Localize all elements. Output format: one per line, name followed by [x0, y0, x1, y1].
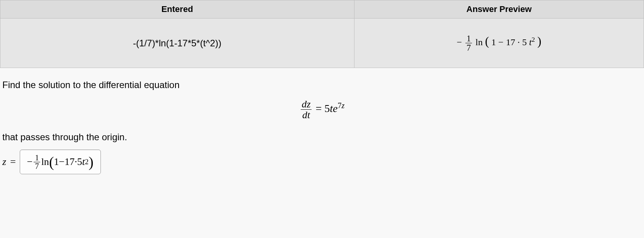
ans-one: 1 — [54, 156, 59, 168]
preview-sup2: 2 — [532, 36, 535, 43]
preview-expression: − 1 7 ln ( 1 − 17 · 5 t2 ) — [457, 37, 541, 47]
preview-one: 1 — [491, 37, 496, 47]
answer-line: z = − 1 7 ln ( 1 − 17 · 5 t2 ) — [2, 150, 642, 174]
answer-label-eq: = — [10, 156, 16, 168]
ans-17: 17 — [65, 156, 75, 168]
preview-rpar: ) — [537, 34, 541, 48]
ans-t: t — [82, 156, 85, 168]
differential-equation: dz dt = 5te7z — [2, 99, 642, 120]
ans-lpar: ( — [49, 153, 54, 170]
preview-lpar: ( — [485, 34, 489, 48]
entered-cell: -(1/7)*ln(1-17*5*(t^2)) — [0, 19, 354, 68]
eq-frac-den: dt — [301, 110, 311, 120]
preview-17: 17 — [506, 37, 515, 47]
preview-dot: · — [518, 37, 522, 47]
ans-neg: − — [27, 156, 33, 168]
ans-frac-den: 7 — [34, 162, 40, 170]
preview-neg: − — [457, 37, 462, 47]
eq-rhs-5: 5 — [324, 102, 330, 114]
preview-ln: ln — [475, 37, 483, 47]
preview-fraction: 1 7 — [465, 34, 472, 52]
ans-minus: − — [59, 156, 65, 168]
ans-rpar: ) — [89, 153, 94, 170]
ans-sup2: 2 — [85, 158, 89, 166]
question-line-1: Find the solution to the differential eq… — [2, 80, 642, 90]
preview-frac-num: 1 — [465, 34, 472, 43]
eq-lhs-fraction: dz dt — [301, 99, 312, 120]
preview-frac-den: 7 — [465, 43, 472, 52]
preview-minus: − — [498, 37, 506, 47]
eq-rhs-sup-z: z — [342, 101, 345, 110]
eq-frac-num: dz — [301, 99, 312, 110]
preview-cell: − 1 7 ln ( 1 − 17 · 5 t2 ) — [354, 19, 644, 68]
question-body: Find the solution to the differential eq… — [0, 68, 644, 182]
answer-label-z: z — [2, 156, 6, 168]
col-header-preview: Answer Preview — [354, 0, 644, 19]
eq-equals: = — [315, 102, 324, 114]
question-line-2: that passes through the origin. — [2, 132, 642, 143]
ans-ln: ln — [41, 156, 49, 168]
ans-5: 5 — [77, 156, 82, 168]
preview-5: 5 — [522, 37, 527, 47]
table-header-row: Entered Answer Preview — [0, 0, 644, 19]
table-row: -(1/7)*ln(1-17*5*(t^2)) − 1 7 ln ( 1 − 1… — [0, 19, 644, 68]
ans-fraction: 1 7 — [34, 154, 40, 171]
ans-frac-num: 1 — [34, 154, 40, 162]
answer-input[interactable]: − 1 7 ln ( 1 − 17 · 5 t2 ) — [20, 150, 101, 174]
answer-preview-table: Entered Answer Preview -(1/7)*ln(1-17*5*… — [0, 0, 644, 68]
eq-rhs-sup-7: 7 — [337, 101, 341, 110]
eq-rhs-t: t — [330, 102, 333, 114]
eq-rhs-e: e — [333, 102, 337, 114]
col-header-entered: Entered — [0, 0, 354, 19]
